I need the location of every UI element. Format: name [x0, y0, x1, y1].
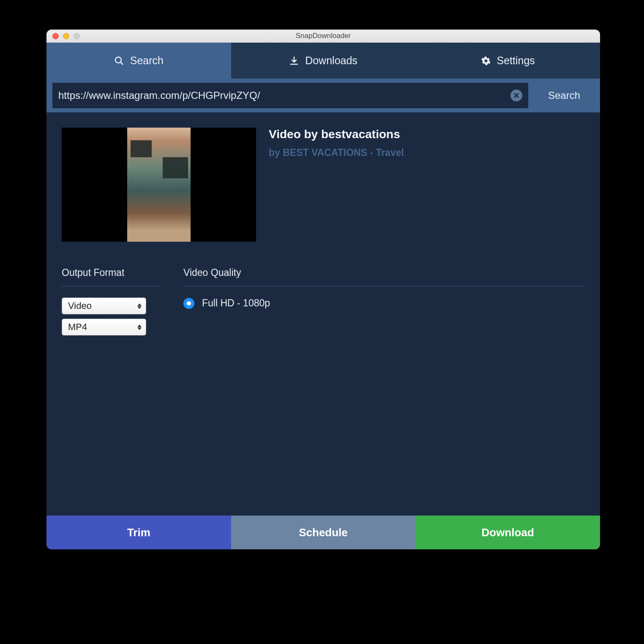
- quality-option-label: Full HD - 1080p: [202, 297, 270, 309]
- download-icon: [289, 56, 299, 66]
- output-format-column: Output Format Video MP4: [62, 267, 160, 340]
- tab-downloads[interactable]: Downloads: [231, 43, 416, 79]
- tab-settings-label: Settings: [497, 55, 535, 67]
- close-icon: [513, 92, 520, 99]
- tab-search[interactable]: Search: [46, 43, 231, 79]
- title-bar: SnapDownloader: [46, 30, 600, 43]
- download-button-label: Download: [482, 526, 534, 539]
- video-metadata: Video by bestvacations by BEST VACATIONS…: [269, 128, 404, 242]
- video-byline: by BEST VACATIONS - Travel: [269, 147, 404, 158]
- url-input[interactable]: [58, 90, 510, 101]
- schedule-button[interactable]: Schedule: [231, 516, 416, 549]
- svg-point-0: [115, 57, 121, 63]
- format-type-value: Video: [68, 300, 92, 311]
- app-window: SnapDownloader Search Downloads Settings…: [46, 30, 600, 549]
- clear-url-button[interactable]: [510, 90, 522, 101]
- schedule-button-label: Schedule: [299, 526, 348, 539]
- container-value: MP4: [68, 322, 87, 333]
- video-quality-column: Video Quality Full HD - 1080p: [183, 267, 585, 340]
- options-row: Output Format Video MP4 Video Quality Fu…: [62, 267, 585, 340]
- tab-search-label: Search: [130, 55, 164, 67]
- radio-selected-icon: [183, 298, 194, 309]
- format-type-select[interactable]: Video: [62, 297, 146, 314]
- tab-downloads-label: Downloads: [305, 55, 357, 67]
- video-quality-heading: Video Quality: [183, 267, 585, 287]
- video-info-row: Video by bestvacations by BEST VACATIONS…: [62, 128, 585, 242]
- video-title: Video by bestvacations: [269, 128, 404, 141]
- svg-line-1: [120, 62, 123, 65]
- chevron-up-down-icon: [137, 303, 142, 309]
- tab-settings[interactable]: Settings: [415, 43, 600, 79]
- video-thumbnail: [62, 128, 256, 242]
- gear-icon: [481, 56, 491, 66]
- search-icon: [114, 56, 124, 66]
- search-button[interactable]: Search: [528, 79, 600, 112]
- window-title: SnapDownloader: [46, 32, 600, 40]
- url-input-wrap: [52, 83, 528, 108]
- main-tabs: Search Downloads Settings: [46, 43, 600, 79]
- content-area: Video by bestvacations by BEST VACATIONS…: [46, 112, 600, 340]
- search-bar: Search: [46, 79, 600, 112]
- output-format-heading: Output Format: [62, 267, 160, 287]
- trim-button[interactable]: Trim: [46, 516, 231, 549]
- trim-button-label: Trim: [127, 526, 150, 539]
- container-select[interactable]: MP4: [62, 319, 146, 336]
- download-button[interactable]: Download: [415, 516, 600, 549]
- chevron-up-down-icon: [137, 325, 142, 330]
- quality-option-1080p[interactable]: Full HD - 1080p: [183, 297, 585, 309]
- search-button-label: Search: [548, 90, 580, 101]
- action-bar: Trim Schedule Download: [46, 516, 600, 549]
